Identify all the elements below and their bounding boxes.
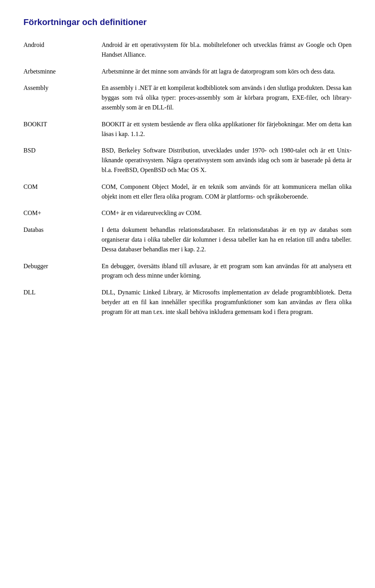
- glossary-definition: DLL, Dynamic Linked Library, är Microsof…: [102, 288, 352, 317]
- glossary-definition: Android är ett operativsystem för bl.a. …: [102, 40, 352, 60]
- glossary-item: DatabasI detta dokument behandlas relati…: [23, 225, 352, 254]
- glossary-term: Databas: [23, 225, 102, 235]
- page-title: Förkortningar och definitioner: [23, 16, 352, 29]
- glossary-item: AndroidAndroid är ett operativsystem för…: [23, 40, 352, 60]
- glossary-item: COM+COM+ är en vidareutveckling av COM.: [23, 208, 352, 218]
- glossary-term: Debugger: [23, 262, 102, 271]
- glossary-definition: COM, Component Object Model, är en tekni…: [102, 182, 352, 202]
- glossary-definition: Arbetsminne är det minne som används för…: [102, 67, 352, 77]
- glossary-term: Arbetsminne: [23, 67, 102, 76]
- glossary-term: Assembly: [23, 83, 102, 93]
- glossary-item: AssemblyEn assembly i .NET är ett kompil…: [23, 83, 352, 112]
- glossary-term: DLL: [23, 288, 102, 297]
- glossary-item: DebuggerEn debugger, översätts ibland ti…: [23, 262, 352, 281]
- glossary-term: COM: [23, 182, 102, 192]
- glossary-item: DLLDLL, Dynamic Linked Library, är Micro…: [23, 288, 352, 317]
- glossary-item: ArbetsminneArbetsminne är det minne som …: [23, 67, 352, 77]
- glossary-definition: En assembly i .NET är ett kompilerat kod…: [102, 83, 352, 112]
- glossary-container: AndroidAndroid är ett operativsystem för…: [23, 40, 352, 317]
- glossary-definition: BSD, Berkeley Software Distribution, utv…: [102, 146, 352, 175]
- glossary-term: Android: [23, 40, 102, 50]
- glossary-item: COMCOM, Component Object Model, är en te…: [23, 182, 352, 202]
- glossary-definition: En debugger, översätts ibland till avlus…: [102, 262, 352, 281]
- glossary-item: BSDBSD, Berkeley Software Distribution, …: [23, 146, 352, 175]
- glossary-term: COM+: [23, 208, 102, 218]
- glossary-definition: BOOKIT är ett system bestående av flera …: [102, 120, 352, 139]
- glossary-term: BSD: [23, 146, 102, 155]
- glossary-definition: COM+ är en vidareutveckling av COM.: [102, 208, 352, 218]
- glossary-definition: I detta dokument behandlas relationsdata…: [102, 225, 352, 254]
- glossary-item: BOOKITBOOKIT är ett system bestående av …: [23, 120, 352, 139]
- glossary-term: BOOKIT: [23, 120, 102, 129]
